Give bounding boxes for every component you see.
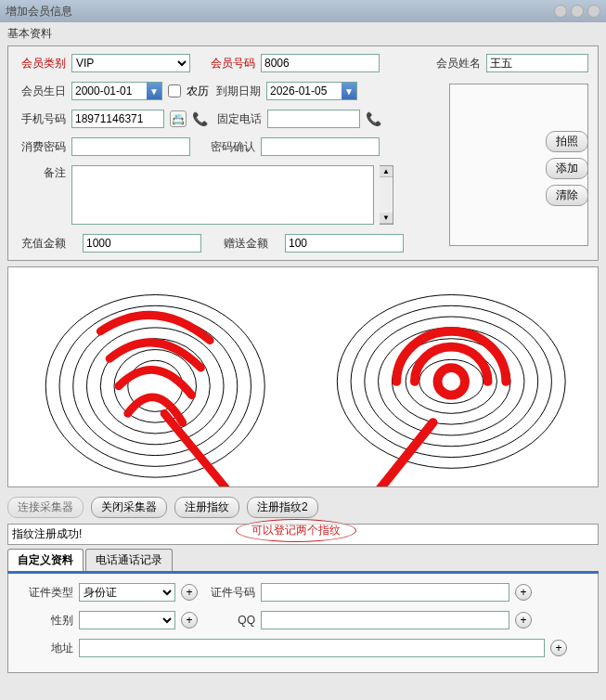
recharge-label: 充值金额 xyxy=(16,236,66,252)
remarks-textarea[interactable] xyxy=(71,165,374,225)
chevron-down-icon[interactable]: ▼ xyxy=(147,83,161,99)
member-no-input[interactable] xyxy=(261,54,380,72)
add-button[interactable]: 添加 xyxy=(546,158,588,179)
window-body: 基本资料 会员类别 VIP 会员号码 会员生日 2000-01-01 ▼ xyxy=(0,22,606,700)
close-collector-button[interactable]: 关闭采集器 xyxy=(91,497,167,518)
remarks-scrollbar[interactable]: ▲ ▼ xyxy=(380,165,393,225)
svg-point-1 xyxy=(59,305,251,466)
qq-plus-button[interactable]: + xyxy=(515,612,532,629)
fingerprint-panel xyxy=(7,266,599,487)
photo-button[interactable]: 拍照 xyxy=(546,131,588,152)
scroll-up-icon[interactable]: ▲ xyxy=(380,166,393,177)
sim-icon[interactable]: 📇 xyxy=(170,110,187,127)
tab-bar: 自定义资料 电话通话记录 xyxy=(7,549,599,574)
window-controls xyxy=(554,5,600,18)
fingerprint-left xyxy=(8,267,303,486)
call-icon[interactable]: 📞 xyxy=(192,111,208,126)
app-window: 增加会员信息 基本资料 会员类别 VIP 会员号码 会员生日 xyxy=(0,0,606,700)
lunar-checkbox[interactable] xyxy=(168,84,181,97)
connect-collector-button: 连接采集器 xyxy=(7,497,84,518)
qq-label: QQ xyxy=(203,614,255,627)
id-type-label: 证件类型 xyxy=(18,585,73,601)
lunar-label: 农历 xyxy=(187,84,209,99)
bonus-label: 赠送金额 xyxy=(218,236,268,252)
landline-label: 固定电话 xyxy=(215,111,262,127)
gender-label: 性别 xyxy=(18,613,73,629)
bonus-input[interactable] xyxy=(285,234,404,253)
fingerprint-button-row: 连接采集器 关闭采集器 注册指纹 注册指纹2 xyxy=(7,497,599,518)
mobile-label: 手机号码 xyxy=(16,111,66,127)
address-label: 地址 xyxy=(18,641,73,656)
close-button[interactable] xyxy=(587,5,600,18)
call-icon[interactable]: 📞 xyxy=(366,111,381,126)
minimize-button[interactable] xyxy=(554,5,567,18)
id-type-plus-button[interactable]: + xyxy=(181,584,198,601)
address-plus-button[interactable]: + xyxy=(550,640,567,656)
password-label: 消费密码 xyxy=(16,139,66,155)
chevron-down-icon[interactable]: ▼ xyxy=(342,83,356,99)
birthday-label: 会员生日 xyxy=(16,84,66,99)
custom-fields-panel: 证件类型 身份证 + 证件号码 + 性别 + QQ + 地址 + xyxy=(7,574,599,673)
landline-input[interactable] xyxy=(267,110,360,128)
scroll-down-icon[interactable]: ▼ xyxy=(380,213,393,224)
password-input[interactable] xyxy=(71,137,190,156)
register-fp1-button[interactable]: 注册指纹 xyxy=(174,497,239,518)
window-title: 增加会员信息 xyxy=(6,4,554,19)
fingerprint-right xyxy=(304,267,599,486)
id-type-select[interactable]: 身份证 xyxy=(79,583,175,602)
mobile-input[interactable] xyxy=(71,110,164,128)
svg-point-0 xyxy=(45,295,264,478)
gender-select[interactable] xyxy=(79,611,175,629)
member-name-input[interactable] xyxy=(486,54,588,72)
expiry-input[interactable]: 2026-01-05 ▼ xyxy=(266,82,357,100)
member-type-label: 会员类别 xyxy=(16,56,66,71)
address-input[interactable] xyxy=(79,639,545,657)
password-confirm-label: 密码确认 xyxy=(205,139,255,155)
annotation-label: 可以登记两个指纹 xyxy=(236,519,356,542)
remarks-label: 备注 xyxy=(16,165,66,181)
password-confirm-input[interactable] xyxy=(261,137,380,156)
id-no-plus-button[interactable]: + xyxy=(515,584,532,601)
id-no-label: 证件号码 xyxy=(203,585,255,601)
member-no-label: 会员号码 xyxy=(205,56,255,71)
expiry-label: 到期日期 xyxy=(214,84,261,99)
recharge-input[interactable] xyxy=(83,234,201,253)
maximize-button[interactable] xyxy=(571,5,584,18)
id-no-input[interactable] xyxy=(261,583,509,602)
birthday-input[interactable]: 2000-01-01 ▼ xyxy=(71,82,162,100)
svg-point-10 xyxy=(364,317,537,447)
clear-button[interactable]: 清除 xyxy=(546,185,588,206)
member-type-select[interactable]: VIP xyxy=(71,54,190,72)
tab-custom-fields[interactable]: 自定义资料 xyxy=(7,549,84,571)
member-name-label: 会员姓名 xyxy=(436,56,481,71)
svg-point-8 xyxy=(337,295,565,469)
register-fp2-button[interactable]: 注册指纹2 xyxy=(247,497,318,518)
qq-input[interactable] xyxy=(261,611,509,629)
gender-plus-button[interactable]: + xyxy=(181,612,198,629)
status-text: 指纹注册成功! 可以登记两个指纹 xyxy=(7,524,599,545)
titlebar[interactable]: 增加会员信息 xyxy=(0,0,606,22)
tab-call-log[interactable]: 电话通话记录 xyxy=(85,549,173,571)
svg-line-7 xyxy=(164,413,228,486)
basic-fieldset: 会员类别 VIP 会员号码 会员生日 2000-01-01 ▼ 农历 到期日期 xyxy=(7,45,599,261)
basic-section-label: 基本资料 xyxy=(7,26,599,42)
